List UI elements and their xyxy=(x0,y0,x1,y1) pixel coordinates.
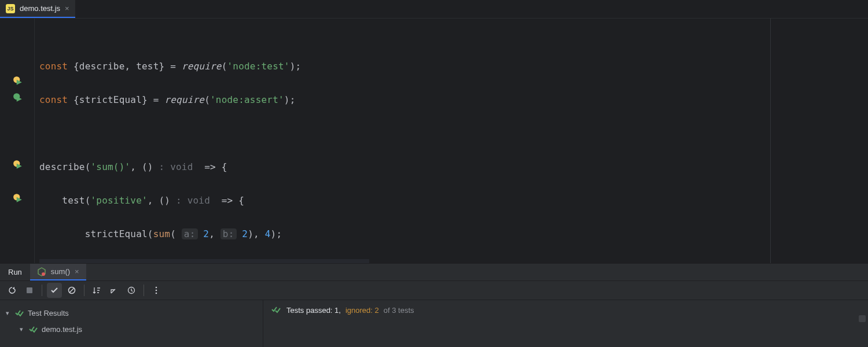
test-tree[interactable]: ▾ Test Results ▾ demo.test.js xyxy=(0,300,263,347)
run-test-icon[interactable] xyxy=(13,76,23,86)
tab-filename: demo.test.js xyxy=(20,4,60,13)
js-file-icon: JS xyxy=(6,4,15,13)
close-icon[interactable]: × xyxy=(65,4,69,13)
chevron-down-icon[interactable]: ▾ xyxy=(6,309,12,317)
sort-icon[interactable] xyxy=(89,283,104,298)
chevron-down-icon[interactable]: ▾ xyxy=(20,326,25,333)
code-editor[interactable]: const {describe, test} = require('node:t… xyxy=(0,19,868,263)
pass-icon xyxy=(271,305,282,316)
close-icon[interactable]: × xyxy=(75,267,79,276)
tree-file-label: demo.test.js xyxy=(42,325,82,334)
pass-icon xyxy=(29,325,38,333)
show-passed-icon[interactable] xyxy=(47,283,62,298)
svg-marker-10 xyxy=(13,287,15,290)
editor-gutter xyxy=(0,19,35,263)
stop-icon[interactable] xyxy=(22,283,37,298)
run-test-passed-icon[interactable] xyxy=(13,93,23,103)
tree-root[interactable]: ▾ Test Results xyxy=(6,305,257,321)
scrollbar[interactable] xyxy=(859,315,866,322)
run-config-tab[interactable]: sum() × xyxy=(30,264,86,280)
test-toolbar xyxy=(0,281,868,300)
svg-rect-11 xyxy=(27,287,32,293)
editor-tabbar: JS demo.test.js × xyxy=(0,0,868,19)
run-config-name: sum() xyxy=(51,267,70,276)
svg-point-9 xyxy=(42,272,45,276)
tests-ignored-text: ignored: 2 xyxy=(345,306,379,315)
rerun-icon[interactable] xyxy=(5,283,20,298)
code-area[interactable]: const {describe, test} = require('node:t… xyxy=(35,19,374,263)
test-output[interactable]: Tests passed: 1, ignored: 2 of 3 tests xyxy=(263,300,868,347)
tests-total-text: of 3 tests xyxy=(384,306,414,315)
run-test-icon[interactable] xyxy=(13,193,23,204)
tree-root-label: Test Results xyxy=(28,309,69,318)
run-panel: Run sum() × ▾ Test Results ▾ xyxy=(0,263,868,347)
tree-file[interactable]: ▾ demo.test.js xyxy=(6,321,257,337)
nodejs-icon xyxy=(37,267,46,276)
more-icon[interactable] xyxy=(149,283,164,298)
expand-icon[interactable] xyxy=(106,283,122,298)
svg-line-13 xyxy=(69,288,74,293)
history-icon[interactable] xyxy=(124,283,139,298)
tests-passed-text: Tests passed: 1, xyxy=(286,306,341,315)
run-tool-window-label[interactable]: Run xyxy=(0,264,30,280)
svg-point-15 xyxy=(156,287,157,289)
svg-point-17 xyxy=(156,293,157,294)
panel-tabbar: Run sum() × xyxy=(0,264,868,281)
pass-icon xyxy=(15,309,24,317)
show-ignored-icon[interactable] xyxy=(64,283,79,298)
editor-tab[interactable]: JS demo.test.js × xyxy=(0,0,75,18)
run-test-icon[interactable] xyxy=(13,160,23,170)
svg-point-16 xyxy=(156,290,157,291)
